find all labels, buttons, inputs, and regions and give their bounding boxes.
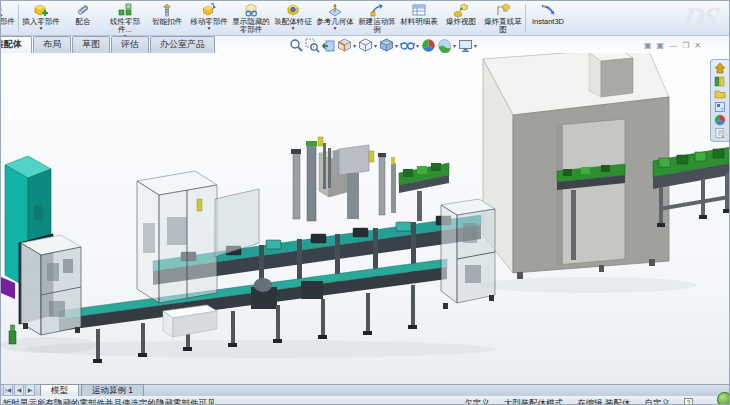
scroll-first-icon[interactable]: |◀ bbox=[3, 384, 13, 396]
dropdown-caret[interactable]: ▼ bbox=[291, 26, 296, 30]
edit-component-button[interactable]: 编辑零部件 bbox=[0, 1, 17, 35]
editing-state: 在编辑 装配体 bbox=[577, 398, 630, 405]
toolbar-separator bbox=[525, 4, 526, 32]
linear-pattern-icon bbox=[117, 2, 133, 18]
solidworks-resources-icon[interactable] bbox=[711, 62, 728, 74]
dropdown-caret[interactable]: ▾ bbox=[416, 42, 419, 49]
status-message: 暂时显示所有隐藏的零部件并且使选定的隐藏零部件可见 bbox=[1, 396, 216, 405]
command-manager-toolbar: 编辑零部件 插入零部件 ▼ 配合 线性零部件... ▼ 智能扣件 bbox=[1, 1, 730, 36]
pedestal-box[interactable] bbox=[163, 305, 217, 337]
help-icon[interactable]: ? bbox=[684, 398, 693, 405]
edit-component-icon bbox=[0, 2, 4, 18]
task-pane-strip bbox=[710, 59, 729, 142]
tab-motion-study-1[interactable]: 运动算例 1 bbox=[81, 384, 144, 396]
show-hidden-components-icon bbox=[243, 2, 259, 18]
dropdown-caret[interactable]: ▾ bbox=[453, 42, 456, 49]
reference-geometry-button[interactable]: 参考几何体 ▼ bbox=[314, 1, 356, 35]
reference-geometry-icon bbox=[327, 2, 343, 18]
show-hidden-components-button[interactable]: 显示隐藏的零部件 bbox=[230, 1, 272, 35]
new-motion-study-icon bbox=[369, 2, 385, 18]
graphics-viewport[interactable] bbox=[1, 53, 730, 384]
smart-fasteners-button[interactable]: 智能扣件 bbox=[146, 1, 188, 35]
dropdown-caret[interactable]: ▾ bbox=[474, 42, 477, 49]
tab-model[interactable]: 模型 bbox=[40, 384, 79, 396]
mate-button[interactable]: 配合 bbox=[62, 1, 104, 35]
design-library-icon[interactable] bbox=[711, 75, 728, 87]
dropdown-caret[interactable]: ▾ bbox=[374, 42, 377, 49]
view-settings-icon[interactable] bbox=[458, 38, 473, 53]
previous-view-icon[interactable] bbox=[321, 38, 336, 53]
linear-component-pattern-button[interactable]: 线性零部件... ▼ bbox=[104, 1, 146, 35]
smart-fasteners-icon bbox=[159, 2, 175, 18]
dropdown-caret[interactable]: ▼ bbox=[207, 26, 212, 30]
custom-properties-icon[interactable] bbox=[711, 127, 728, 139]
defined-state: 欠定义 bbox=[464, 398, 490, 405]
solidworks-window: 编辑零部件 插入零部件 ▼ 配合 线性零部件... ▼ 智能扣件 bbox=[0, 0, 730, 405]
dropdown-caret[interactable]: ▼ bbox=[333, 26, 338, 30]
zoom-to-fit-icon[interactable] bbox=[289, 38, 304, 53]
exploded-view-button[interactable]: 爆炸视图 bbox=[440, 1, 482, 35]
new-motion-study-button[interactable]: 新建运动算例 bbox=[356, 1, 398, 35]
move-component-icon bbox=[201, 2, 217, 18]
quick-tips-icon[interactable] bbox=[717, 392, 730, 405]
bill-of-materials-icon bbox=[411, 2, 427, 18]
appearances-scenes-icon[interactable] bbox=[711, 114, 728, 126]
insert-component-button[interactable]: 插入零部件 ▼ bbox=[20, 1, 62, 35]
move-component-button[interactable]: 移动零部件 ▼ bbox=[188, 1, 230, 35]
tab-scroll-buttons: |◀ ◀ ▶ bbox=[3, 384, 36, 396]
file-explorer-icon[interactable] bbox=[711, 88, 728, 100]
toolbar-separator bbox=[18, 4, 19, 32]
tab-evaluate[interactable]: 评估 bbox=[111, 36, 149, 53]
instant3d-icon bbox=[540, 2, 556, 18]
window-icon[interactable]: ▣ bbox=[644, 41, 652, 51]
explode-line-sketch-button[interactable]: 爆炸直线草图 bbox=[482, 1, 524, 35]
document-window-controls: ▣ ▣ — ❐ ✕ bbox=[644, 41, 701, 51]
assembly-scene[interactable] bbox=[1, 53, 730, 384]
dropdown-caret[interactable]: ▼ bbox=[39, 26, 44, 30]
scroll-next-icon[interactable]: ▶ bbox=[25, 384, 35, 396]
bill-of-materials-button[interactable]: 材料明细表 bbox=[398, 1, 440, 35]
dropdown-caret[interactable]: ▾ bbox=[395, 42, 398, 49]
assembly-features-icon bbox=[285, 2, 301, 18]
floor-shadow bbox=[481, 277, 697, 293]
hide-show-items-icon[interactable] bbox=[400, 38, 415, 53]
zoom-to-area-icon[interactable] bbox=[305, 38, 320, 53]
instant3d-button[interactable]: Instant3D bbox=[527, 1, 569, 35]
units-selector[interactable]: 自定义 bbox=[645, 398, 671, 405]
restore-icon[interactable]: ❐ bbox=[682, 41, 689, 51]
assembly-features-button[interactable]: 装配体特征 ▼ bbox=[272, 1, 314, 35]
scroll-prev-icon[interactable]: ◀ bbox=[14, 384, 24, 396]
heads-up-view-toolbar: ▾ ▾ ▾ ▾ ▾ ▾ bbox=[289, 38, 478, 53]
tab-assembly[interactable]: 装配体 bbox=[0, 36, 32, 53]
clear-panel-cabinet-right[interactable] bbox=[441, 199, 495, 309]
study-tab-bar: |◀ ◀ ▶ 模型 运动算例 1 bbox=[1, 384, 730, 396]
clear-panel-cabinet-left[interactable] bbox=[21, 235, 81, 335]
exploded-view-icon bbox=[453, 2, 469, 18]
close-icon[interactable]: ✕ bbox=[694, 41, 701, 51]
edit-appearance-icon[interactable] bbox=[421, 38, 436, 53]
display-style-icon[interactable] bbox=[379, 38, 394, 53]
assembly-mode[interactable]: 大型装配体模式 bbox=[504, 398, 564, 405]
tab-layout[interactable]: 布局 bbox=[33, 36, 71, 53]
status-bar: 暂时显示所有隐藏的零部件并且使选定的隐藏零部件可见 欠定义 大型装配体模式 在编… bbox=[1, 396, 730, 405]
dropdown-caret[interactable]: ▾ bbox=[353, 42, 356, 49]
view-orientation-icon[interactable] bbox=[358, 38, 373, 53]
apply-scene-icon[interactable] bbox=[437, 38, 452, 53]
section-view-icon[interactable] bbox=[337, 38, 352, 53]
tab-sketch[interactable]: 草图 bbox=[72, 36, 110, 53]
mate-icon bbox=[75, 2, 91, 18]
minimize-icon[interactable]: — bbox=[669, 41, 677, 51]
window-icon[interactable]: ▣ bbox=[657, 41, 665, 51]
view-palette-icon[interactable] bbox=[711, 101, 728, 113]
gantry-frame-station[interactable] bbox=[137, 171, 259, 303]
loose-green-part[interactable] bbox=[9, 325, 16, 344]
insert-component-icon bbox=[33, 2, 49, 18]
explode-line-sketch-icon bbox=[495, 2, 511, 18]
tab-office-products[interactable]: 办公室产品 bbox=[150, 36, 215, 53]
